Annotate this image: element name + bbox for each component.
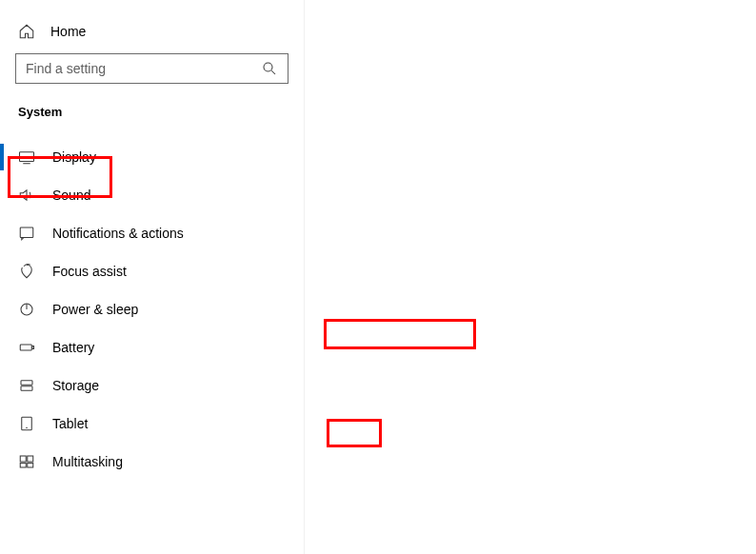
category-system-label: System bbox=[0, 105, 304, 138]
settings-sidebar: Home Find a setting System Display Sound bbox=[0, 0, 305, 554]
sidebar-item-storage[interactable]: Storage bbox=[0, 366, 304, 405]
sidebar-item-label: Notifications & actions bbox=[52, 226, 184, 241]
svg-line-1 bbox=[271, 70, 275, 74]
svg-point-0 bbox=[264, 63, 272, 71]
multitasking-icon bbox=[18, 453, 35, 470]
svg-rect-16 bbox=[28, 464, 33, 468]
sidebar-item-focus-assist[interactable]: Focus assist bbox=[0, 252, 304, 290]
power-icon bbox=[18, 301, 35, 318]
highlight-125-option bbox=[327, 419, 382, 447]
sidebar-item-label: Focus assist bbox=[52, 264, 127, 279]
svg-rect-15 bbox=[20, 464, 26, 468]
sidebar-item-label: Multitasking bbox=[52, 454, 123, 469]
focus-assist-icon bbox=[18, 263, 35, 280]
sidebar-item-battery[interactable]: Battery bbox=[0, 328, 304, 366]
sidebar-item-label: Display bbox=[52, 149, 96, 165]
sidebar-item-sound[interactable]: Sound bbox=[0, 176, 304, 214]
battery-icon bbox=[18, 339, 35, 356]
sidebar-item-notifications[interactable]: Notifications & actions bbox=[0, 214, 304, 252]
sidebar-item-label: Storage bbox=[52, 378, 99, 393]
display-icon bbox=[18, 148, 35, 166]
storage-icon bbox=[18, 377, 35, 394]
sound-icon bbox=[18, 187, 35, 204]
sidebar-item-power-sleep[interactable]: Power & sleep bbox=[0, 290, 304, 328]
svg-rect-10 bbox=[21, 386, 32, 391]
sidebar-item-multitasking[interactable]: Multitasking bbox=[0, 443, 304, 481]
svg-rect-7 bbox=[20, 345, 31, 350]
sidebar-item-tablet[interactable]: Tablet bbox=[0, 405, 304, 443]
search-input[interactable]: Find a setting bbox=[15, 53, 288, 84]
search-placeholder: Find a setting bbox=[26, 61, 106, 76]
svg-rect-2 bbox=[20, 152, 34, 162]
home-label: Home bbox=[50, 24, 86, 39]
sidebar-item-label: Battery bbox=[52, 340, 94, 355]
svg-rect-14 bbox=[28, 456, 33, 462]
highlight-scale-title bbox=[324, 319, 476, 349]
sidebar-item-display[interactable]: Display bbox=[0, 138, 304, 176]
sidebar-item-label: Sound bbox=[52, 188, 90, 203]
svg-rect-4 bbox=[20, 228, 33, 238]
tablet-icon bbox=[18, 415, 35, 432]
notifications-icon bbox=[18, 225, 35, 242]
sidebar-item-label: Tablet bbox=[52, 416, 88, 431]
home-nav[interactable]: Home bbox=[0, 17, 304, 53]
home-icon bbox=[18, 23, 35, 40]
svg-rect-9 bbox=[21, 381, 32, 386]
sidebar-item-label: Power & sleep bbox=[52, 302, 138, 317]
svg-rect-8 bbox=[32, 346, 34, 349]
search-icon bbox=[261, 60, 278, 77]
svg-rect-13 bbox=[20, 456, 26, 462]
